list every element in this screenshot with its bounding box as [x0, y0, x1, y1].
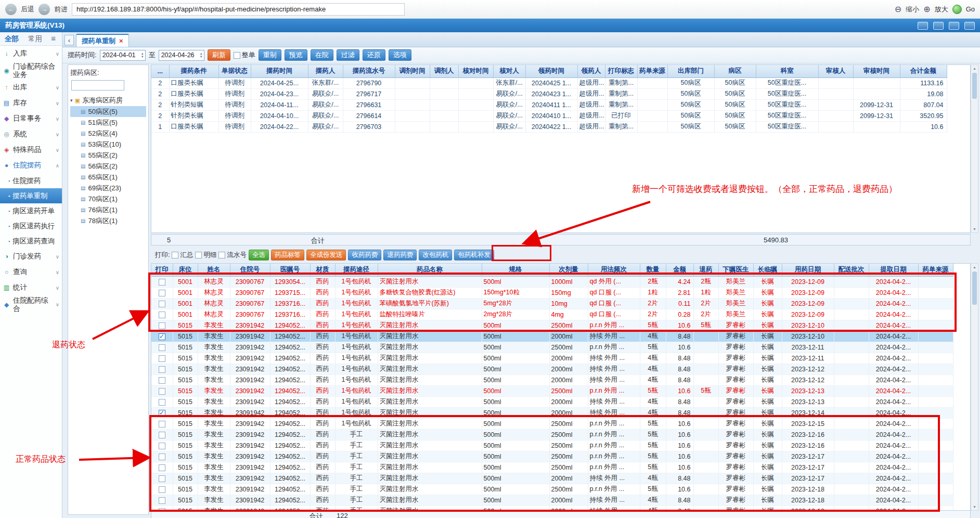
row-checkbox[interactable] [159, 301, 165, 307]
sidebar-subitem[interactable]: ▪ 摆药单重制 [0, 188, 62, 203]
row-checkbox[interactable] [159, 344, 165, 351]
column-header[interactable]: 药单来源 [637, 65, 667, 77]
date-from-input[interactable] [100, 51, 136, 59]
browser-back-label[interactable]: 后退 [21, 5, 34, 14]
tab-prescription-remake[interactable]: 摆药单重制 × [76, 34, 129, 47]
column-header[interactable]: 姓名 [198, 264, 230, 276]
column-header[interactable]: 住院号 [230, 264, 270, 276]
ward-tree-node[interactable]: ▤ 76病区(1) [70, 204, 146, 215]
column-header[interactable]: 药单来源 [918, 264, 953, 276]
medicine-row[interactable]: 5015 李发生 23091942 1294052... 西药 手工 灭菌注射用… [151, 462, 953, 473]
column-header[interactable]: 打印标志 [605, 65, 637, 77]
medicine-row[interactable]: 5001 林志灵 23090767 1293716... 西药 1号包药机 盐酸… [151, 309, 953, 320]
ward-tree-node[interactable]: ▤ 55病区(2) [70, 150, 146, 161]
column-header[interactable]: 调剂人 [430, 65, 458, 77]
column-header[interactable]: 医嘱号 [270, 264, 310, 276]
row-checkbox[interactable] [159, 454, 165, 460]
row-checkbox[interactable] [159, 279, 165, 286]
ward-filter-input[interactable] [71, 80, 124, 90]
print-bar-button[interactable]: 全选 [249, 250, 269, 261]
column-header[interactable]: 配送批次 [834, 264, 869, 276]
sidebar-subitem[interactable]: ▪ 病区退药查询 [0, 234, 62, 249]
column-header[interactable]: 摆药人 [308, 65, 343, 77]
go-orb-icon[interactable] [952, 5, 962, 14]
row-checkbox[interactable] [159, 355, 165, 362]
column-header[interactable]: 领药人 [577, 65, 605, 77]
print-option[interactable]: 流水号 [218, 251, 247, 260]
row-checkbox[interactable] [159, 322, 165, 329]
checkbox[interactable] [218, 252, 225, 258]
ward-tree-node[interactable]: ▤ 69病区(23) [70, 183, 146, 193]
column-header[interactable]: 用法频次 [588, 264, 640, 276]
column-header[interactable]: 次剂量 [549, 264, 588, 276]
print-checkbox-cell[interactable] [151, 287, 173, 298]
column-header[interactable]: 领药时间 [525, 65, 577, 77]
sidebar-item[interactable]: ▤ 库存 ∨ [0, 95, 62, 111]
date-from-field[interactable]: ▲▼ [100, 50, 146, 61]
print-checkbox-cell[interactable] [151, 331, 173, 342]
row-checkbox[interactable] [159, 377, 165, 384]
order-row[interactable]: 2 针剂类长嘱 待调剂 2024-04-10... 易联众/... 279661… [151, 110, 947, 121]
save-icon[interactable] [949, 22, 959, 30]
column-header[interactable]: 规格 [482, 264, 549, 276]
ward-tree-node[interactable]: ▤ 50病区(5) [70, 106, 146, 117]
sidebar-item[interactable]: ◎ 系统 ∨ [0, 126, 62, 142]
browser-forward-icon[interactable]: → [38, 4, 50, 15]
column-header[interactable]: 数量 [640, 264, 666, 276]
ward-tree-node[interactable]: ▤ 65病区(1) [70, 172, 146, 183]
column-header[interactable]: 床位 [173, 264, 198, 276]
scroll-down-button[interactable]: ▼ [971, 503, 978, 510]
medicine-row[interactable]: 5015 李发生 23091942 1294052... 西药 手工 灭菌注射用… [151, 506, 953, 511]
print-checkbox-cell[interactable] [151, 342, 173, 353]
print-checkbox-cell[interactable] [151, 462, 173, 473]
medicine-row[interactable]: 5015 李发生 23091942 1294052... 西药 手工 灭菌注射用… [151, 429, 953, 440]
order-row[interactable]: 2 口服类长嘱 待调剂 2024-04-23... 易联众/... 279671… [151, 88, 947, 99]
sidebar-item[interactable]: ◈ 特殊药品 ∨ [0, 142, 62, 158]
print-checkbox-cell[interactable] [151, 385, 173, 396]
column-header[interactable]: 调剂时间 [395, 65, 430, 77]
scroll-up-button[interactable]: ▲ [971, 264, 978, 270]
spinner-icons[interactable]: ▲▼ [200, 52, 204, 58]
tree-expand-icon[interactable]: ▾ [70, 98, 73, 103]
browser-forward-label[interactable]: 前进 [54, 5, 68, 14]
ward-tree-node[interactable]: ▤ 56病区(2) [70, 161, 146, 172]
column-header[interactable]: 退药 [693, 264, 718, 276]
sidebar-item[interactable]: ◆ 住院配药综合 ∨ [0, 295, 62, 314]
print-bar-button[interactable]: 包药机补发 [454, 250, 494, 261]
medicine-row[interactable]: 5015 李发生 23091942 1294052... 西药 1号包药机 灭菌… [151, 353, 953, 364]
row-checkbox[interactable] [159, 399, 165, 406]
column-header[interactable]: 核对人 [493, 65, 525, 77]
scroll-thumb[interactable] [972, 73, 977, 99]
row-checkbox[interactable] [159, 388, 165, 395]
order-row[interactable]: 1 口服类长嘱 待调剂 2024-04-22... 易联众/... 279670… [151, 121, 947, 132]
print-bar-button[interactable]: 药品标签 [271, 250, 304, 261]
medicine-row[interactable]: 5015 李发生 23091942 1294052... 西药 手工 灭菌注射用… [151, 451, 953, 462]
print-checkbox-cell[interactable] [151, 374, 173, 385]
refresh-button[interactable]: 刷新 [208, 49, 230, 61]
medicine-row[interactable]: 5015 李发生 23091942 1294052... 西药 1号包药机 灭菌… [151, 331, 953, 342]
order-row[interactable]: 2 针剂类短嘱 待调剂 2024-04-11... 易联众/... 279663… [151, 99, 947, 110]
toolbar-button[interactable]: 预览 [285, 49, 307, 61]
column-header[interactable]: 摆药途径 [335, 264, 378, 276]
print-checkbox-cell[interactable] [151, 418, 173, 429]
order-row[interactable]: 2 口服类长嘱 待调剂 2024-04-25... 张东群/... 279679… [151, 77, 947, 88]
address-bar[interactable]: http://192.168.189.187:8000/his-yf/app/#… [72, 3, 405, 16]
medicine-row[interactable]: 5015 李发生 23091942 1294052... 西药 1号包药机 灭菌… [151, 342, 953, 353]
print-bar-button[interactable]: 改包药机 [419, 250, 452, 261]
column-header[interactable]: 下嘱医生 [718, 264, 753, 276]
sidebar-tab[interactable]: 全部 [0, 34, 23, 44]
medicine-row[interactable]: 5015 李发生 23091942 1294052... 西药 手工 灭菌注射用… [151, 484, 953, 495]
send-icon[interactable] [933, 22, 944, 30]
ward-tree-node[interactable]: ▤ 51病区(5) [70, 117, 146, 128]
toolbar-button[interactable]: 还原 [363, 49, 385, 61]
top-grid-scrollbar[interactable]: ▲ ▼ [971, 64, 978, 233]
sidebar-item[interactable]: ◑ 门诊发药 ∨ [0, 249, 62, 264]
row-checkbox[interactable] [159, 497, 165, 504]
medicine-row[interactable]: 5015 李发生 23091942 1294052... 西药 手工 灭菌注射用… [151, 495, 953, 506]
column-header[interactable]: 审核时间 [853, 65, 900, 77]
whole-order-option[interactable]: 整单 [234, 50, 255, 60]
medicine-row[interactable]: 5001 林志灵 23090767 1293054... 西药 1号包药机 灭菌… [151, 276, 953, 287]
print-checkbox-cell[interactable] [151, 298, 173, 309]
row-checkbox[interactable] [159, 486, 165, 493]
print-bar-button[interactable]: 退药药费 [383, 250, 417, 261]
